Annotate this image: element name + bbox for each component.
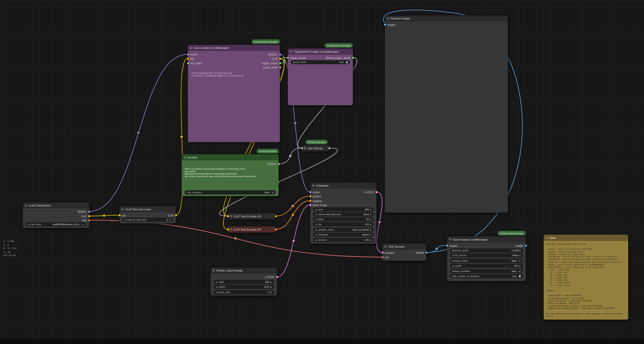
node-titlebar[interactable]: Save Image (LoraManager) — [447, 236, 526, 242]
output-port-string[interactable]: STRING — [267, 162, 280, 166]
output-port-trigger-words[interactable]: trigger_words — [262, 61, 281, 65]
collapse-dot-icon[interactable] — [230, 228, 232, 230]
output-port-vae[interactable]: VAE — [82, 218, 90, 222]
collapsed-output-port[interactable] — [328, 147, 330, 149]
lora-syntax-text[interactable]: <lora:CreateConcept_Illustrious:0.8> <lo… — [191, 72, 276, 78]
input-port-clip[interactable]: clip — [118, 213, 126, 217]
step-right-arrow[interactable]: ▶ — [519, 254, 521, 257]
latent-port-icon[interactable] — [376, 191, 378, 193]
step-left-arrow[interactable]: ◀ — [124, 218, 126, 221]
prompt-textarea[interactable]: highres, very detailed, amazing quality,… — [184, 168, 276, 188]
widget-steps[interactable]: ◀ steps 20 ▶ — [313, 217, 374, 221]
image-port-icon[interactable] — [425, 252, 428, 254]
widget-add-counter-to-filename[interactable]: add_counter_to_filename true — [450, 274, 523, 278]
step-left-arrow[interactable]: ◀ — [315, 223, 317, 226]
node-save-image[interactable]: comfyui-lora-manager Save Image (LoraMan… — [447, 236, 526, 281]
collapse-dot-icon[interactable] — [290, 50, 292, 53]
step-right-arrow[interactable]: ▶ — [519, 264, 521, 267]
trigger-words-port-icon[interactable] — [279, 62, 281, 64]
output-port-latent[interactable]: LATENT — [265, 275, 278, 279]
node-ksampler[interactable]: KSampler model positive negative latent_… — [310, 182, 376, 244]
output-port-model[interactable]: MODEL — [78, 210, 90, 214]
node-vae-decode[interactable]: VAE Decode samples vae IMAGE — [382, 243, 426, 261]
step-right-arrow[interactable]: ▶ — [82, 223, 84, 226]
clip-port-icon[interactable] — [187, 57, 189, 60]
collapsed-input-port[interactable] — [226, 215, 229, 217]
collapse-dot-icon[interactable] — [230, 215, 232, 217]
step-right-arrow[interactable]: ▶ — [169, 218, 171, 221]
toggle-dot-icon[interactable] — [519, 275, 521, 277]
widget-filename-prefix[interactable]: filename_prefix ComfyUI — [450, 248, 523, 252]
collapse-dot-icon[interactable] — [304, 147, 306, 149]
node-titlebar[interactable]: TriggerWord Toggle (LoraManager) — [288, 48, 353, 54]
collapse-dot-icon[interactable] — [184, 156, 186, 158]
model-port-icon[interactable] — [279, 53, 281, 56]
clip-port-icon[interactable] — [88, 215, 90, 217]
step-right-arrow[interactable]: ▶ — [270, 291, 272, 294]
input-port-latent-image[interactable]: latent_image — [309, 203, 327, 207]
input-port-clip[interactable]: clip — [187, 56, 194, 60]
widget-control-after-generate[interactable]: ◀ control after generate fixed ▶ — [313, 212, 374, 216]
step-left-arrow[interactable]: ◀ — [28, 223, 30, 226]
input-port-model[interactable]: model — [309, 190, 319, 194]
input-port-samples[interactable]: samples — [382, 250, 394, 254]
step-left-arrow[interactable]: ◀ — [315, 208, 317, 211]
node-clip-text-encode-negative[interactable]: CLIP Text Encode (Pr — [228, 226, 276, 232]
trigger-words-port-icon[interactable] — [352, 56, 354, 59]
widget-height[interactable]: ◀ height 1216 ▶ — [214, 285, 274, 289]
node-lora-loader[interactable]: comfyui-lora-manager Lora Loader (LoraMa… — [188, 45, 280, 142]
widget-seed[interactable]: ◀ seed 409 ▶ — [313, 207, 374, 211]
node-titlebar[interactable]: KSampler — [310, 182, 376, 188]
widget-cfg[interactable]: ◀ cfg 8.0 ▶ — [313, 222, 374, 226]
toggle-dot-icon[interactable] — [272, 191, 274, 194]
vae-port-icon[interactable] — [88, 219, 90, 221]
input-port-negative[interactable]: negative — [309, 198, 322, 202]
widget-group-mode[interactable]: group_mode true — [291, 60, 350, 64]
output-port-model[interactable]: MODEL — [268, 52, 281, 56]
output-port-image[interactable]: IMAGE — [416, 250, 427, 254]
output-port-clip[interactable]: CLIP — [272, 56, 281, 60]
toggle-dot-icon[interactable] — [346, 61, 348, 63]
node-titlebar[interactable]: Empty Latent Image — [211, 268, 277, 274]
step-left-arrow[interactable]: ◀ — [216, 286, 217, 288]
step-right-arrow[interactable]: ▶ — [370, 233, 372, 236]
model-port-icon[interactable] — [88, 210, 90, 213]
input-port-trigger-words[interactable]: trigger_words — [287, 56, 306, 60]
widget-stop-at-clip-layer[interactable]: ◀ stop_at_clip_layer -2 ▶ — [122, 218, 173, 222]
clip-port-icon[interactable] — [118, 214, 120, 216]
node-titlebar[interactable]: CLIP Set Last Layer — [120, 206, 176, 212]
conditioning-port-icon[interactable] — [309, 195, 311, 197]
image-port-icon[interactable] — [525, 244, 527, 246]
widget-quality[interactable]: ◀ quality 100 ▶ — [450, 264, 523, 268]
widget-sampler-name[interactable]: ◀ sampler_name euler_ancestral ▶ — [313, 228, 374, 232]
node-triggerword-toggle[interactable]: comfyui-lora-manager TriggerWord Toggle … — [288, 48, 353, 105]
widget-scheduler[interactable]: ◀ scheduler karras ▶ — [313, 233, 374, 237]
toggle-dot-icon[interactable] — [519, 270, 521, 272]
collapsed-input-port[interactable] — [226, 228, 229, 230]
widget-ckpt-name[interactable]: ◀ ckpt_name ilwaiNSFWIllustrious_v110.s.… — [26, 222, 86, 226]
step-right-arrow[interactable]: ▶ — [370, 228, 372, 231]
node-join-strings[interactable]: comfyui-kjnodes Join Strings — [302, 145, 329, 151]
lora-stack-port-icon[interactable] — [187, 62, 189, 64]
output-port-clip[interactable]: CLIP — [168, 213, 177, 217]
input-port-images[interactable]: images — [384, 22, 395, 26]
string-port-icon[interactable] — [278, 163, 280, 165]
collapse-dot-icon[interactable] — [213, 270, 215, 272]
step-left-arrow[interactable]: ◀ — [452, 264, 454, 267]
toggle-dot-icon[interactable] — [519, 260, 521, 262]
collapse-dot-icon[interactable] — [25, 204, 27, 206]
collapsed-output-port[interactable] — [275, 215, 277, 217]
model-port-icon[interactable] — [187, 53, 189, 56]
collapse-dot-icon[interactable] — [449, 238, 451, 240]
collapse-dot-icon[interactable] — [384, 246, 386, 248]
loaded-loras-port-icon[interactable] — [279, 66, 281, 68]
node-positive-prompt[interactable]: comfyui-kjnodes positive STRING highres,… — [182, 154, 278, 196]
step-right-arrow[interactable]: ▶ — [270, 286, 272, 288]
conditioning-port-icon[interactable] — [309, 200, 311, 202]
output-port-images[interactable]: images — [515, 243, 527, 248]
node-note[interactable]: Note Available filename_prefix Pattern C… — [544, 234, 628, 320]
graph-canvas[interactable]: Preview Image images comfyui-lora-manage… — [0, 0, 644, 344]
input-port-lora-stack[interactable]: lora_stack — [187, 61, 202, 65]
step-right-arrow[interactable]: ▶ — [370, 239, 372, 242]
widget-width[interactable]: ◀ width 832 ▶ — [214, 280, 274, 284]
